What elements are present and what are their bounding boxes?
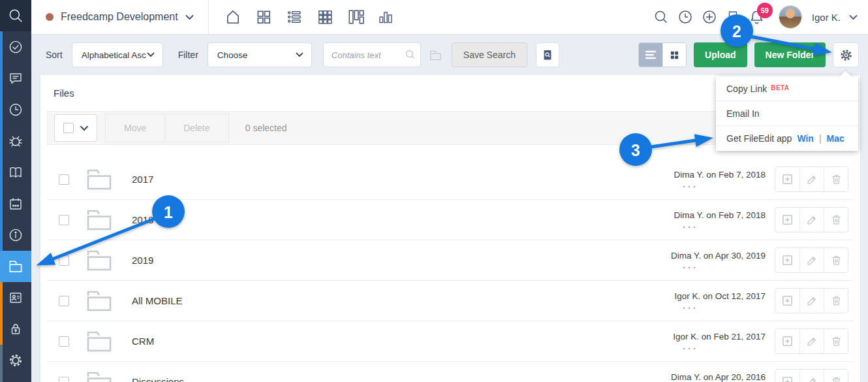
- delete-button[interactable]: [824, 167, 848, 191]
- row-actions: [775, 288, 848, 313]
- grid-view-button[interactable]: [662, 43, 686, 67]
- delete-button[interactable]: [824, 329, 848, 353]
- move-button[interactable]: Move: [106, 114, 165, 142]
- row-checkbox[interactable]: [59, 255, 69, 266]
- row-checkbox[interactable]: [59, 296, 69, 306]
- row-checkbox[interactable]: [59, 174, 69, 185]
- passwords-lock-icon: [8, 321, 23, 337]
- selected-count: 0 selected: [245, 123, 287, 133]
- save-search-button[interactable]: Save Search: [452, 42, 527, 67]
- row-actions: [775, 167, 848, 192]
- fileedit-mac-link[interactable]: Mac: [827, 133, 845, 144]
- file-row[interactable]: 2018 Dima Y. on Feb 7, 2018 ...: [47, 200, 854, 240]
- row-checkbox[interactable]: [59, 336, 69, 347]
- list-icon[interactable]: [286, 8, 303, 25]
- folder-name[interactable]: 2017: [132, 174, 153, 185]
- edit-button[interactable]: [799, 289, 824, 313]
- settings-gear-button[interactable]: [833, 42, 859, 67]
- recent-clock-icon[interactable]: [677, 9, 693, 25]
- sidebar-item-passwords[interactable]: [0, 313, 31, 345]
- delete-button[interactable]: [824, 370, 848, 382]
- sidebar-item-tasks[interactable]: [0, 31, 31, 63]
- row-actions: [775, 328, 848, 354]
- sidebar-item-issues[interactable]: [0, 125, 31, 157]
- sidebar-item-calendar[interactable]: [0, 188, 31, 219]
- sort-dropdown-value: Alphabetical Asc: [82, 50, 146, 60]
- sidebar-search-button[interactable]: [0, 0, 31, 31]
- file-row[interactable]: 2017 Dima Y. on Feb 7, 2018 ...: [47, 159, 854, 200]
- filter-dropdown[interactable]: Choose: [208, 42, 312, 67]
- add-file-button[interactable]: [775, 289, 799, 313]
- bookmark-icon[interactable]: [726, 9, 740, 25]
- row-more-menu[interactable]: ...: [615, 301, 766, 310]
- notification-count-badge: 59: [757, 3, 773, 18]
- sidebar-item-files[interactable]: [0, 251, 31, 282]
- home-icon[interactable]: [225, 8, 241, 25]
- edit-button[interactable]: [799, 370, 824, 382]
- row-actions: [775, 369, 848, 382]
- sidebar-item-wiki[interactable]: [0, 157, 31, 188]
- search-icon: [405, 49, 416, 60]
- edit-button[interactable]: [799, 208, 824, 232]
- trash-icon: [830, 214, 843, 226]
- row-more-menu[interactable]: ...: [615, 261, 766, 270]
- notifications-bell[interactable]: 59: [749, 8, 765, 25]
- row-more-menu[interactable]: ...: [615, 342, 766, 351]
- delete-button[interactable]: [824, 289, 848, 313]
- sidebar-item-contacts[interactable]: [0, 282, 31, 313]
- search-icon[interactable]: [653, 9, 669, 25]
- sidebar-item-time[interactable]: [0, 94, 31, 125]
- chevron-down-icon[interactable]: [849, 14, 858, 20]
- row-checkbox[interactable]: [59, 377, 69, 382]
- file-row[interactable]: 2019 Dima Y. on Apr 30, 2019 ...: [47, 240, 854, 281]
- select-all-checkbox[interactable]: [63, 123, 74, 133]
- row-checkbox[interactable]: [59, 215, 69, 225]
- menu-item-email-in[interactable]: Email In: [716, 101, 858, 126]
- folder-name[interactable]: 2019: [132, 255, 153, 266]
- add-file-button[interactable]: [775, 208, 799, 232]
- folder-name[interactable]: Discussions: [132, 376, 184, 382]
- project-selector[interactable]: Freedcamp Development: [31, 0, 209, 34]
- new-folder-button[interactable]: New Folder: [754, 42, 826, 67]
- add-file-button[interactable]: [775, 248, 799, 272]
- add-file-button[interactable]: [775, 329, 799, 353]
- grid-2x2-icon[interactable]: [255, 8, 272, 25]
- folder-name[interactable]: 2018: [132, 214, 153, 225]
- row-meta: Dima Y. on Feb 7, 2018 ...: [615, 210, 766, 229]
- add-file-button[interactable]: [775, 370, 799, 382]
- sidebar-item-settings[interactable]: [0, 345, 31, 376]
- delete-button[interactable]: Delete: [165, 114, 228, 142]
- add-plus-icon[interactable]: [702, 9, 717, 25]
- sidebar-item-overview[interactable]: [0, 219, 31, 251]
- advanced-search-button[interactable]: [536, 42, 559, 67]
- sidebar-strip-slate: [0, 345, 3, 382]
- row-more-menu[interactable]: ...: [615, 180, 766, 189]
- sidebar: [0, 0, 31, 382]
- user-menu-name[interactable]: Igor K.: [812, 12, 841, 23]
- select-all-dropdown[interactable]: [54, 114, 97, 142]
- menu-item-copy-link[interactable]: Copy Link BETA: [716, 76, 858, 101]
- delete-button[interactable]: [824, 208, 848, 232]
- bulk-action-buttons: Move Delete: [105, 114, 229, 142]
- file-row[interactable]: CRM Igor K. on Feb 21, 2017 ...: [47, 321, 854, 362]
- upload-button[interactable]: Upload: [694, 42, 747, 67]
- file-row[interactable]: All MOBILE Igor K. on Oct 12, 2017 ...: [47, 281, 854, 321]
- sort-dropdown[interactable]: Alphabetical Asc: [72, 42, 163, 67]
- avatar[interactable]: [779, 5, 802, 29]
- fileedit-win-link[interactable]: Win: [797, 133, 814, 144]
- edit-button[interactable]: [799, 167, 824, 191]
- sidebar-item-discussions[interactable]: [0, 63, 31, 94]
- bar-chart-icon[interactable]: [378, 9, 394, 25]
- file-row[interactable]: Discussions Dima Y. on Apr 20, 2016 ...: [47, 362, 854, 382]
- add-file-button[interactable]: [775, 167, 799, 191]
- list-view-button[interactable]: [639, 43, 662, 67]
- edit-button[interactable]: [799, 248, 824, 272]
- kanban-icon[interactable]: [347, 8, 364, 25]
- grid-3x3-icon[interactable]: [317, 8, 333, 25]
- row-more-menu[interactable]: ...: [615, 220, 766, 229]
- edit-button[interactable]: [799, 329, 824, 353]
- folder-name[interactable]: All MOBILE: [132, 295, 183, 306]
- folder-name[interactable]: CRM: [132, 336, 154, 347]
- delete-button[interactable]: [824, 248, 848, 272]
- row-byline: Igor K. on Feb 21, 2017: [615, 332, 766, 342]
